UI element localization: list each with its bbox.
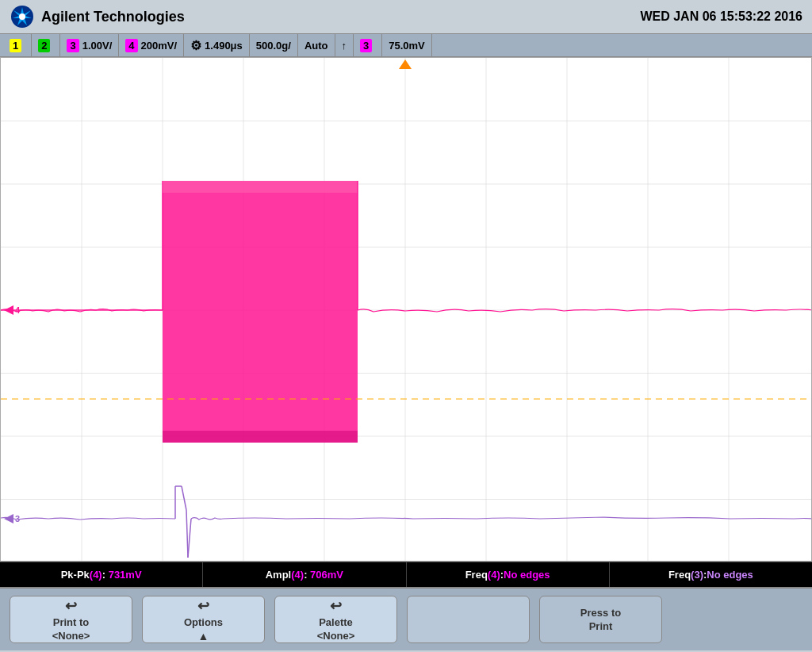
options-arrow: ▲	[198, 630, 209, 642]
palette-label2: <None>	[317, 630, 355, 642]
meas-ampl-colon: :	[304, 569, 310, 581]
meas-freq3: Freq (3) : No edges	[610, 562, 812, 587]
ch3-label: 3	[67, 39, 79, 52]
meas-pkpk-colon: :	[102, 569, 109, 581]
meas-ampl-value: 706mV	[310, 569, 343, 581]
ch2-indicator[interactable]: 2	[32, 34, 60, 56]
print-to-button[interactable]: ↩ Print to <None>	[10, 596, 132, 643]
svg-marker-24	[4, 305, 13, 315]
options-button[interactable]: ↩ Options ▲	[142, 596, 265, 643]
gear-icon: ⚙	[190, 38, 201, 53]
toolbar: 1 2 3 1.00V/ 4 200mV/ ⚙ 1.490μs 500.0g/ …	[0, 33, 812, 57]
trigger-slope[interactable]: ↑	[335, 34, 354, 56]
ch3-scale-value: 1.00V/	[82, 40, 113, 52]
meas-freq4-value: No edges	[504, 569, 550, 581]
meas-ampl-ch: (4)	[291, 569, 304, 581]
svg-point-2	[19, 13, 25, 20]
options-icon-row: ↩	[197, 597, 209, 615]
meas-freq3-label: Freq	[668, 569, 691, 581]
svg-text:4: 4	[15, 305, 21, 315]
svg-marker-34	[399, 59, 412, 69]
print-to-icon: ↩	[65, 597, 77, 615]
svg-line-30	[186, 510, 188, 558]
header: Agilent Technologies WED JAN 06 15:53:22…	[0, 0, 812, 33]
trigger-mode-value: Auto	[304, 40, 328, 52]
meas-pkpk-label: Pk-Pk	[61, 569, 90, 581]
ch4-scale-value: 200mV/	[141, 40, 178, 52]
trigger-slope-value: ↑	[342, 40, 347, 52]
palette-button[interactable]: ↩ Palette <None>	[274, 596, 397, 643]
meas-freq4: Freq (4) : No edges	[407, 562, 610, 587]
palette-label1: Palette	[319, 616, 353, 628]
meas-pkpk-value: 731mV	[109, 569, 142, 581]
press-to-print-button[interactable]: Press to Print	[539, 596, 662, 643]
bottom-bar: ↩ Print to <None> ↩ Options ▲ ↩ Palette …	[0, 587, 812, 650]
svg-marker-32	[4, 514, 13, 524]
palette-icon: ↩	[330, 597, 342, 615]
empty-button	[407, 596, 530, 643]
sample-rate-value: 500.0g/	[256, 40, 291, 52]
options-icon: ↩	[197, 597, 209, 615]
logo-icon	[10, 4, 35, 29]
ch3-scale[interactable]: 3 1.00V/	[60, 34, 119, 56]
meas-ampl: Ampl (4) : 706mV	[203, 562, 406, 587]
measurements-bar: Pk-Pk (4) : 731mV Ampl (4) : 706mV Freq …	[0, 562, 812, 587]
timebase-settings[interactable]: ⚙ 1.490μs	[184, 34, 250, 56]
print-to-icon-row: ↩	[65, 597, 77, 615]
trigger-ch[interactable]: 3	[354, 34, 382, 56]
ch4-label: 4	[125, 39, 137, 52]
header-left: Agilent Technologies	[10, 4, 185, 29]
meas-pkpk: Pk-Pk (4) : 731mV	[0, 562, 203, 587]
meas-pkpk-ch: (4)	[90, 569, 102, 581]
palette-icon-row: ↩	[330, 597, 342, 615]
meas-freq3-ch: (3)	[691, 569, 703, 581]
svg-rect-20	[163, 181, 358, 443]
ch1-indicator[interactable]: 1	[3, 34, 32, 56]
timebase-value: 1.490μs	[205, 40, 243, 52]
print-to-label1: Print to	[53, 616, 90, 628]
meas-ampl-label: Ampl	[266, 569, 292, 581]
trigger-level-value: 75.0mV	[389, 40, 425, 52]
company-name: Agilent Technologies	[41, 9, 185, 25]
sample-rate[interactable]: 500.0g/	[250, 34, 298, 56]
svg-line-31	[188, 519, 191, 558]
datetime: WED JAN 06 15:53:22 2016	[640, 10, 802, 24]
grid-canvas: 4 3	[1, 58, 811, 561]
ch1-label: 1	[10, 39, 21, 52]
svg-text:3: 3	[15, 514, 20, 524]
svg-rect-22	[163, 431, 358, 443]
meas-freq4-ch: (4)	[488, 569, 500, 581]
trigger-mode[interactable]: Auto	[298, 34, 335, 56]
trig-ch-label: 3	[360, 39, 372, 52]
trigger-level[interactable]: 75.0mV	[382, 34, 432, 56]
press-to-print-label1: Press to	[580, 607, 621, 619]
meas-freq3-value: No edges	[707, 569, 753, 581]
scope-screen: 4 3	[0, 57, 812, 562]
svg-line-29	[182, 486, 186, 510]
press-to-print-label2: Print	[589, 620, 613, 632]
options-label1: Options	[184, 616, 223, 628]
ch4-scale[interactable]: 4 200mV/	[119, 34, 184, 56]
meas-freq4-label: Freq	[465, 569, 488, 581]
ch2-label: 2	[38, 39, 50, 52]
svg-rect-21	[163, 181, 358, 193]
print-to-label2: <None>	[52, 630, 90, 642]
